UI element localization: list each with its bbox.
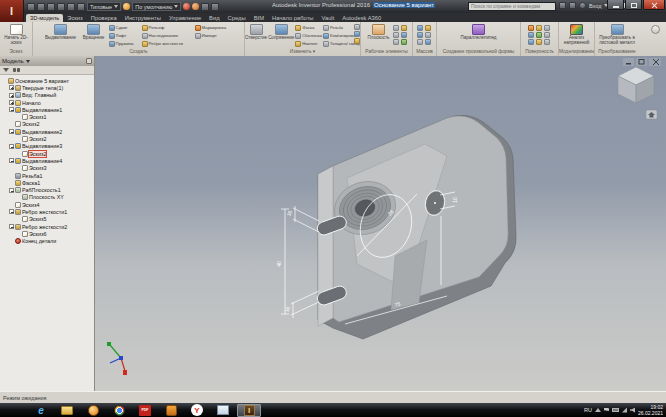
close-button[interactable]	[643, 0, 665, 10]
tree-item[interactable]: Начало	[0, 99, 94, 106]
pin-icon[interactable]	[86, 58, 92, 64]
filter-icon[interactable]	[3, 68, 9, 72]
appearance-dropdown[interactable]: По умолчанию	[132, 2, 181, 11]
tree-item[interactable]: Фаска1	[0, 179, 94, 186]
tree-item[interactable]: Эскиз1	[0, 113, 94, 120]
draft-button[interactable]: Наклон	[295, 40, 322, 47]
volume-icon[interactable]	[630, 408, 635, 413]
tree-item[interactable]: Эскиз3	[0, 165, 94, 172]
internet-explorer[interactable]: e	[29, 404, 53, 417]
collapse-icon[interactable]	[9, 209, 14, 214]
tree-item[interactable]: Эскиз2	[0, 135, 94, 142]
stitch-icon[interactable]	[528, 25, 534, 31]
ribbon-options-icon[interactable]	[651, 25, 660, 34]
surface-tool-icon[interactable]	[528, 39, 534, 45]
tree-item[interactable]: Ребро жесткости1	[0, 208, 94, 215]
tree-item[interactable]: Основание 5 вариант	[0, 77, 94, 84]
help-search-input[interactable]	[468, 2, 556, 11]
chrome[interactable]	[107, 404, 131, 417]
point-icon[interactable]	[401, 25, 407, 31]
sketch-pattern-icon[interactable]	[425, 32, 431, 38]
appearance-icon[interactable]	[123, 3, 130, 10]
circular-pattern-icon[interactable]	[425, 25, 431, 31]
sweep-button[interactable]: Сдвиг	[109, 24, 141, 31]
tab-Инструменты[interactable]: Инструменты	[121, 14, 165, 22]
doc-minimize-button[interactable]	[623, 58, 634, 66]
undo-icon[interactable]	[57, 3, 65, 11]
update-icon[interactable]	[77, 3, 85, 11]
fillet-button[interactable]: Сопряжение	[268, 23, 294, 41]
tree-item[interactable]: Выдавливание3	[0, 143, 94, 150]
battery-icon[interactable]	[612, 408, 619, 412]
tree-item[interactable]: Выдавливание1	[0, 106, 94, 113]
tab-Вид[interactable]: Вид	[205, 14, 224, 22]
coil-button[interactable]: Пружина	[109, 40, 141, 47]
hidden-icons-icon[interactable]	[595, 408, 601, 412]
chamfer-button[interactable]: Фаска	[295, 24, 322, 31]
favorites-star-icon[interactable]	[559, 2, 566, 9]
stress-analysis-button[interactable]: Анализ напряжений	[560, 23, 594, 46]
surface-tool-icon[interactable]	[536, 39, 542, 45]
tree-item[interactable]: Вид: Главный	[0, 92, 94, 99]
tree-item[interactable]: Ребро жесткости2	[0, 223, 94, 230]
direct-edit-icon[interactable]	[354, 31, 360, 37]
work-axis-icon[interactable]	[401, 32, 407, 38]
network-icon[interactable]	[622, 408, 627, 413]
collapse-icon[interactable]	[9, 158, 14, 163]
tree-item[interactable]: Выдавливание2	[0, 128, 94, 135]
tree-item[interactable]: Эскиз2	[0, 150, 94, 157]
axis-icon[interactable]	[393, 25, 399, 31]
redo-icon[interactable]	[67, 3, 75, 11]
action-center-flag-icon[interactable]	[604, 408, 609, 413]
tree-item[interactable]: Твердые тела(1)	[0, 84, 94, 91]
tree-item[interactable]: Конец детали	[0, 238, 94, 245]
tree-item[interactable]: Эскиз6	[0, 230, 94, 237]
shell-button[interactable]: Оболочка	[295, 32, 322, 39]
expand-icon[interactable]	[9, 93, 14, 98]
loft-button[interactable]: Лофт	[109, 32, 141, 39]
tree-item[interactable]: Эскиз5	[0, 216, 94, 223]
thicken-button[interactable]: Толщина/ смещение	[323, 40, 353, 47]
tab-Управление[interactable]: Управление	[165, 14, 205, 22]
language-indicator[interactable]: RU	[584, 407, 592, 413]
rectangular-pattern-icon[interactable]	[417, 25, 423, 31]
color-icon[interactable]	[192, 3, 199, 10]
tab-BIM[interactable]: BIM	[250, 14, 268, 22]
freeform-box-button[interactable]: Параллелепипед	[459, 23, 499, 41]
graphics-viewport[interactable]: 281040161675	[95, 56, 666, 391]
sculpt-icon[interactable]	[536, 32, 542, 38]
parameters-fx-icon[interactable]	[201, 3, 209, 11]
view-cube[interactable]	[618, 67, 654, 103]
tab-Эскиз[interactable]: Эскиз	[63, 14, 87, 22]
media-player[interactable]	[81, 404, 105, 417]
collapse-icon[interactable]	[9, 107, 14, 112]
emboss-button[interactable]: Рельеф	[142, 24, 194, 31]
doc-close-button[interactable]	[649, 58, 661, 66]
minimize-button[interactable]	[607, 0, 624, 10]
tree-item[interactable]: Эскиз4	[0, 201, 94, 208]
extend-icon[interactable]	[528, 32, 534, 38]
open-icon[interactable]	[37, 3, 45, 11]
tab-3D-модель[interactable]: 3D-модель	[26, 14, 63, 22]
start-2d-sketch-button[interactable]: Начать 2D-эскиз	[0, 23, 32, 46]
ruled-surface-icon[interactable]	[544, 32, 550, 38]
photo-viewer[interactable]	[211, 404, 235, 417]
new-file-icon[interactable]	[27, 3, 35, 11]
help-home-icon[interactable]	[569, 2, 576, 9]
trim-icon[interactable]	[544, 25, 550, 31]
group-label[interactable]: Изменить ▾	[245, 49, 360, 56]
tab-Начало работы[interactable]: Начало работы	[268, 14, 318, 22]
maximize-button[interactable]	[625, 0, 642, 10]
plane-button[interactable]: Плоскость	[366, 23, 392, 41]
application-menu-button[interactable]: I	[0, 0, 24, 22]
inventor[interactable]: I	[237, 404, 261, 417]
expand-icon[interactable]	[9, 100, 14, 105]
collapse-icon[interactable]	[9, 144, 14, 149]
split-icon[interactable]	[354, 24, 360, 30]
hole-button[interactable]: Отверстие	[245, 23, 267, 41]
yandex-browser[interactable]: Y	[185, 404, 209, 417]
collapse-icon[interactable]	[9, 224, 14, 229]
save-icon[interactable]	[47, 3, 55, 11]
thread-button[interactable]: Резьба	[323, 24, 353, 31]
tab-Проверка[interactable]: Проверка	[87, 14, 121, 22]
